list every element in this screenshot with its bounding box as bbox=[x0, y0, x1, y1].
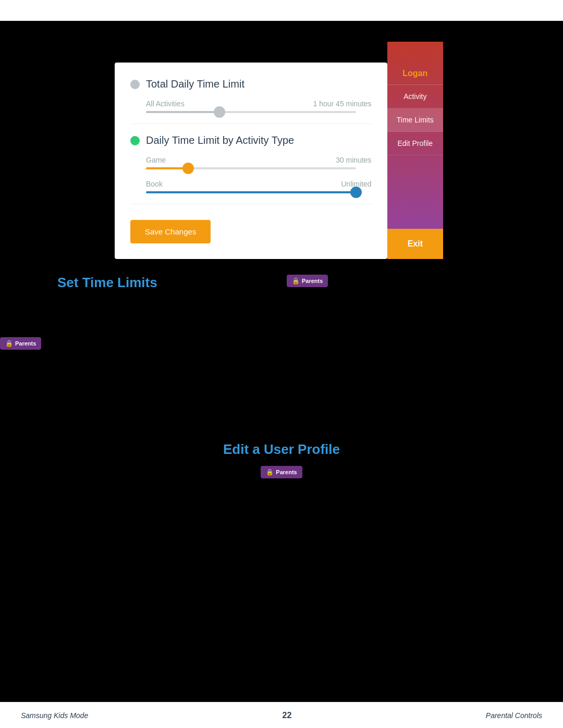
game-label-row: Game 30 minutes bbox=[146, 156, 372, 164]
exit-button[interactable]: Exit bbox=[387, 229, 443, 259]
sidebar-user-name[interactable]: Logan bbox=[387, 63, 443, 85]
card-sidebar-container: Total Daily Time Limit All Activities 1 … bbox=[57, 42, 443, 259]
game-slider-fill bbox=[146, 167, 188, 169]
lock-icon-3: 🔒 bbox=[266, 468, 274, 476]
book-slider-fill bbox=[146, 191, 356, 193]
sidebar: Logan Activity Time Limits Edit Profile … bbox=[387, 42, 443, 259]
game-slider-thumb[interactable] bbox=[182, 163, 194, 174]
activity-type-toggle-row: Daily Time Limit by Activity Type bbox=[130, 134, 372, 146]
total-daily-slider-thumb[interactable] bbox=[214, 106, 225, 118]
set-time-limits-section: Set Time Limits 🔒 Parents 🔒 Parents bbox=[0, 275, 563, 389]
book-slider-track[interactable] bbox=[146, 191, 356, 193]
save-changes-button[interactable]: Save Changes bbox=[130, 220, 211, 243]
game-value: 30 minutes bbox=[336, 156, 371, 164]
footer-page-number: 22 bbox=[283, 711, 292, 720]
total-daily-slider-container[interactable] bbox=[146, 111, 356, 113]
book-label-row: Book Unlimited bbox=[146, 180, 372, 188]
parents-badge-2[interactable]: 🔒 Parents bbox=[0, 337, 41, 350]
total-daily-limit-value: 1 hour 45 minutes bbox=[313, 100, 372, 108]
divider-2 bbox=[130, 204, 372, 204]
badge-2-container[interactable]: 🔒 Parents bbox=[0, 337, 41, 350]
badge-1-container[interactable]: 🔒 Parents bbox=[287, 275, 328, 287]
badge-1-text: Parents bbox=[302, 278, 323, 284]
activity-type-dot bbox=[130, 136, 140, 145]
game-label: Game bbox=[146, 156, 166, 164]
sidebar-item-edit-profile[interactable]: Edit Profile bbox=[387, 132, 443, 155]
game-slider-track[interactable] bbox=[146, 167, 356, 169]
total-daily-slider-fill bbox=[146, 111, 219, 113]
badge-3-container[interactable]: 🔒 Parents bbox=[261, 466, 302, 478]
book-label: Book bbox=[146, 180, 163, 188]
footer: Samsung Kids Mode 22 Parental Controls bbox=[0, 702, 563, 728]
sidebar-item-time-limits[interactable]: Time Limits bbox=[387, 108, 443, 132]
edit-profile-section: Edit a User Profile 🔒 Parents bbox=[0, 431, 563, 489]
total-daily-limit-label-row: All Activities 1 hour 45 minutes bbox=[146, 100, 372, 108]
total-daily-slider-track[interactable] bbox=[146, 111, 356, 113]
settings-card: Total Daily Time Limit All Activities 1 … bbox=[115, 63, 387, 259]
top-bar bbox=[0, 0, 563, 21]
all-activities-label: All Activities bbox=[146, 100, 185, 108]
book-slider-thumb[interactable] bbox=[350, 187, 362, 198]
footer-right: Parental Controls bbox=[486, 711, 542, 720]
divider-1 bbox=[130, 124, 372, 124]
total-daily-limit-toggle-row: Total Daily Time Limit bbox=[130, 78, 372, 90]
badge-3-text: Parents bbox=[276, 469, 297, 475]
footer-left: Samsung Kids Mode bbox=[21, 711, 88, 720]
edit-profile-title: Edit a User Profile bbox=[0, 441, 563, 458]
game-slider-container[interactable] bbox=[146, 167, 356, 169]
parents-badge-3[interactable]: 🔒 Parents bbox=[261, 466, 302, 478]
lock-icon-2: 🔒 bbox=[5, 340, 13, 347]
book-slider-container[interactable] bbox=[146, 191, 356, 193]
badge-2-text: Parents bbox=[15, 340, 36, 347]
parents-badge-1[interactable]: 🔒 Parents bbox=[287, 275, 328, 287]
activity-type-heading: Daily Time Limit by Activity Type bbox=[146, 134, 294, 146]
total-daily-limit-dot bbox=[130, 80, 140, 89]
total-daily-limit-heading: Total Daily Time Limit bbox=[146, 78, 244, 90]
lock-icon-1: 🔒 bbox=[292, 277, 300, 285]
sidebar-item-activity[interactable]: Activity bbox=[387, 85, 443, 108]
